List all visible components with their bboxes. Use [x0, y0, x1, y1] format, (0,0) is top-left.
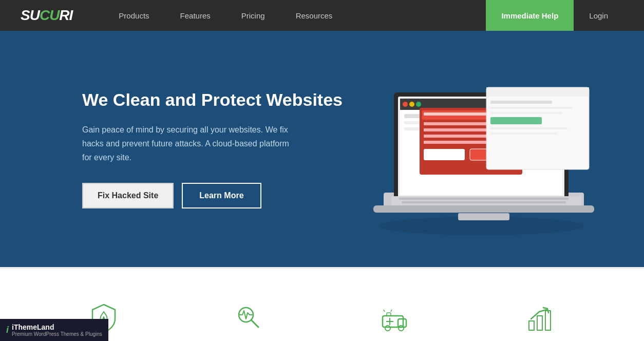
svg-rect-46 — [537, 316, 542, 330]
feature-monitoring: Monitoring Identify indicators of compro… — [177, 300, 323, 341]
ithemeland-badge[interactable]: i iThemeLand Premium WordPress Themes & … — [0, 319, 108, 341]
svg-rect-31 — [399, 198, 569, 200]
svg-rect-47 — [545, 311, 551, 330]
hero-image — [343, 62, 610, 236]
monitoring-icon — [231, 300, 267, 336]
svg-rect-26 — [490, 112, 562, 114]
svg-rect-27 — [490, 117, 542, 124]
svg-rect-30 — [391, 196, 581, 205]
feature-incident: Incident Response Unlimited malware remo… — [322, 300, 468, 341]
hero-content: We Clean and Protect Websites Gain peace… — [82, 89, 343, 209]
svg-rect-45 — [529, 321, 534, 330]
learn-more-button[interactable]: Learn More — [182, 183, 261, 209]
svg-rect-33 — [458, 213, 509, 220]
svg-rect-25 — [490, 107, 573, 109]
navbar: SUCURI Products Features Pricing Resourc… — [0, 0, 644, 31]
svg-line-43 — [384, 310, 385, 312]
performance-icon — [522, 300, 558, 336]
svg-line-35 — [251, 320, 258, 327]
feature-performance: Performance Boost Lightning fast page sp… — [468, 300, 614, 341]
nav-pricing[interactable]: Pricing — [226, 0, 280, 31]
fix-hacked-site-button[interactable]: Fix Hacked Site — [82, 183, 174, 209]
nav-links: Products Features Pricing Resources — [103, 0, 486, 31]
svg-point-7 — [403, 102, 408, 107]
svg-rect-20 — [424, 149, 465, 160]
svg-rect-28 — [490, 127, 567, 129]
svg-rect-15 — [424, 112, 496, 116]
svg-point-8 — [409, 102, 414, 107]
svg-point-9 — [416, 102, 421, 107]
svg-rect-24 — [490, 101, 552, 104]
badge-letter: i — [6, 325, 9, 335]
logo[interactable]: SUCURI — [21, 7, 72, 24]
nav-features[interactable]: Features — [165, 0, 226, 31]
hero-title: We Clean and Protect Websites — [82, 89, 343, 110]
svg-line-44 — [391, 310, 392, 312]
nav-products[interactable]: Products — [103, 0, 164, 31]
incident-icon — [377, 300, 413, 336]
badge-text: iThemeLand Premium WordPress Themes & Pl… — [12, 323, 102, 337]
svg-rect-29 — [490, 132, 557, 135]
hero-description: Gain peace of mind by securing all your … — [82, 123, 298, 165]
laptop-illustration — [343, 62, 610, 236]
svg-rect-32 — [402, 201, 566, 203]
svg-point-41 — [399, 326, 404, 331]
svg-point-40 — [385, 326, 390, 331]
hero-section: We Clean and Protect Websites Gain peace… — [0, 31, 644, 267]
svg-rect-2 — [373, 205, 594, 213]
immediate-help-button[interactable]: Immediate Help — [486, 0, 574, 31]
svg-rect-23 — [486, 87, 589, 97]
nav-resources[interactable]: Resources — [280, 0, 348, 31]
hero-buttons: Fix Hacked Site Learn More — [82, 183, 343, 209]
login-button[interactable]: Login — [574, 0, 623, 31]
